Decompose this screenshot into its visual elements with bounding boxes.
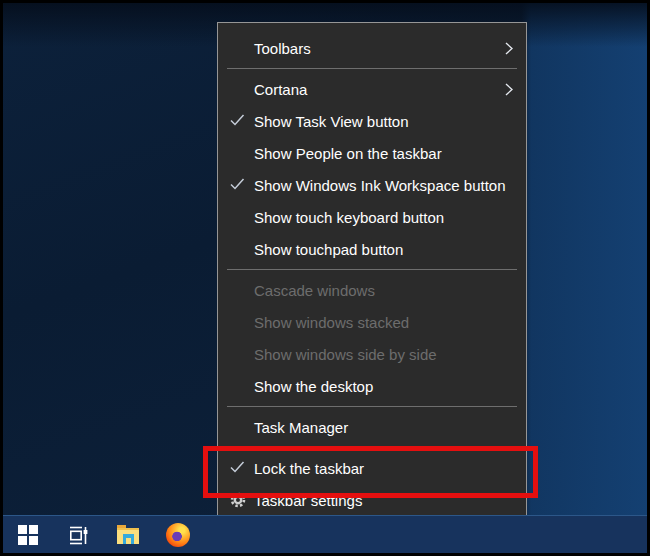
menu-item-label: Show touchpad button — [254, 241, 403, 258]
menu-item-label: Show Task View button — [254, 113, 409, 130]
windows-logo-icon — [18, 525, 38, 545]
menu-item-show-windows-side-by-side: Show windows side by side — [218, 338, 526, 370]
menu-item-label: Show People on the taskbar — [254, 145, 442, 162]
menu-item-label: Cortana — [254, 81, 307, 98]
file-explorer-button[interactable] — [116, 523, 140, 547]
task-view-icon — [67, 524, 89, 546]
menu-item-show-task-view-button[interactable]: Show Task View button — [218, 105, 526, 137]
firefox-button[interactable] — [166, 523, 190, 547]
menu-item-show-the-desktop[interactable]: Show the desktop — [218, 370, 526, 402]
menu-item-label: Task Manager — [254, 419, 348, 436]
menu-item-show-touch-keyboard[interactable]: Show touch keyboard button — [218, 201, 526, 233]
checkmark-icon — [230, 114, 245, 126]
menu-item-show-windows-stacked: Show windows stacked — [218, 306, 526, 338]
taskbar-context-menu: Toolbars Cortana Show Task View button S… — [217, 22, 527, 523]
task-view-button[interactable] — [66, 523, 90, 547]
taskbar — [3, 515, 647, 553]
menu-item-label: Show windows stacked — [254, 314, 409, 331]
menu-item-label: Show Windows Ink Workspace button — [254, 177, 506, 194]
menu-item-cortana[interactable]: Cortana — [218, 73, 526, 105]
menu-item-label: Toolbars — [254, 40, 311, 57]
menu-separator — [227, 406, 517, 407]
chevron-right-icon — [505, 83, 513, 96]
menu-item-label: Show touch keyboard button — [254, 209, 444, 226]
menu-separator — [227, 447, 517, 448]
desktop-screenshot: Toolbars Cortana Show Task View button S… — [0, 0, 650, 556]
menu-item-show-touchpad[interactable]: Show touchpad button — [218, 233, 526, 265]
menu-item-show-people[interactable]: Show People on the taskbar — [218, 137, 526, 169]
folder-icon — [116, 524, 140, 545]
menu-item-label: Show windows side by side — [254, 346, 437, 363]
checkmark-icon — [230, 178, 245, 190]
menu-separator — [227, 68, 517, 69]
menu-item-task-manager[interactable]: Task Manager — [218, 411, 526, 443]
firefox-icon — [166, 523, 190, 547]
menu-item-label: Cascade windows — [254, 282, 375, 299]
menu-item-taskbar-settings[interactable]: Taskbar settings — [218, 484, 526, 516]
menu-item-label: Taskbar settings — [254, 492, 362, 509]
menu-item-label: Lock the taskbar — [254, 460, 364, 477]
menu-item-label: Show the desktop — [254, 378, 373, 395]
menu-item-toolbars[interactable]: Toolbars — [218, 32, 526, 64]
menu-item-lock-the-taskbar[interactable]: Lock the taskbar — [218, 452, 526, 484]
chevron-right-icon — [505, 42, 513, 55]
menu-item-cascade-windows: Cascade windows — [218, 274, 526, 306]
menu-item-show-windows-ink[interactable]: Show Windows Ink Workspace button — [218, 169, 526, 201]
checkmark-icon — [230, 461, 245, 473]
menu-separator — [227, 269, 517, 270]
gear-icon — [230, 492, 246, 508]
start-button[interactable] — [16, 523, 40, 547]
